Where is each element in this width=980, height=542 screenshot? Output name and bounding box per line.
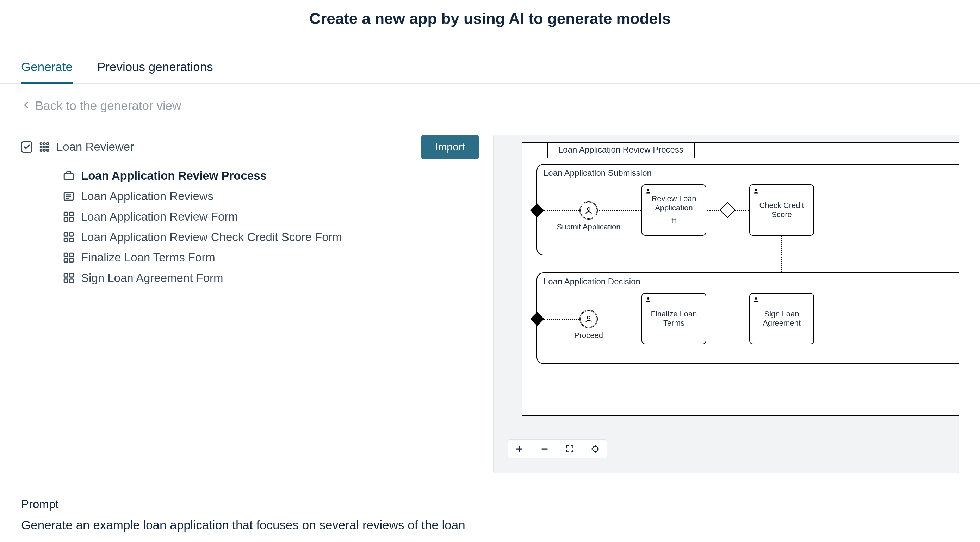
sequence-flow [544, 210, 579, 211]
fullscreen-icon[interactable] [564, 443, 576, 454]
start-event-icon [530, 203, 544, 217]
svg-point-1 [43, 143, 45, 145]
tree-item-label: Sign Loan Agreement Form [81, 271, 223, 285]
lane-decision: Loan Application Decision Proceed Finali… [536, 273, 959, 364]
svg-point-5 [47, 146, 49, 148]
svg-point-2 [47, 143, 49, 145]
svg-rect-24 [64, 259, 68, 262]
svg-point-6 [40, 150, 42, 151]
task-label: Sign Loan Agreement [753, 309, 811, 328]
tree-item-label: Loan Application Review Process [81, 169, 267, 183]
prompt-section: Prompt Generate an example loan applicat… [0, 473, 980, 532]
task-review-loan-application[interactable]: Review Loan Application ⌗ [641, 184, 706, 236]
tree-root-label: Loan Reviewer [56, 140, 134, 154]
zoom-toolbar [508, 440, 607, 459]
svg-point-35 [755, 297, 757, 300]
svg-rect-16 [64, 218, 68, 221]
chevron-left-icon [21, 99, 31, 113]
tree-item[interactable]: Finalize Loan Terms Form [63, 247, 479, 268]
actor-icon [579, 201, 598, 220]
tree-item[interactable]: Loan Application Review Check Credit Sco… [63, 227, 479, 247]
zoom-out-icon[interactable] [539, 443, 550, 454]
process-panel: Loan Application Review Process Loan App… [522, 142, 959, 416]
user-task-icon [645, 296, 651, 305]
svg-point-34 [647, 297, 649, 300]
sequence-flow [781, 236, 783, 277]
form-icon [63, 231, 75, 243]
actor-icon [579, 310, 598, 328]
page-title: Create a new app by using AI to generate… [0, 0, 980, 27]
tree-item[interactable]: Loan Application Review Form [63, 207, 479, 227]
tree-item[interactable]: Loan Application Review Process [63, 166, 479, 186]
start-event-icon [530, 312, 544, 326]
list-icon [63, 190, 75, 202]
task-label: Finalize Loan Terms [645, 309, 703, 328]
svg-point-8 [47, 150, 49, 151]
svg-rect-22 [64, 253, 68, 257]
actor-label: Proceed [554, 331, 624, 340]
svg-point-7 [43, 150, 45, 151]
tree-item-label: Loan Application Review Check Credit Sco… [81, 231, 342, 244]
svg-point-4 [43, 146, 45, 148]
svg-point-31 [647, 189, 649, 191]
back-to-generator-link[interactable]: Back to the generator view [0, 84, 980, 113]
svg-point-33 [587, 316, 590, 319]
sequence-flow [544, 319, 579, 320]
tab-generate[interactable]: Generate [21, 60, 73, 83]
form-icon [63, 272, 75, 284]
zoom-in-icon[interactable] [514, 443, 525, 454]
form-icon [63, 211, 75, 223]
briefcase-icon [63, 170, 75, 182]
svg-point-3 [40, 146, 42, 148]
form-icon [63, 252, 75, 264]
svg-point-39 [592, 446, 598, 451]
recenter-icon[interactable] [590, 443, 601, 454]
user-task-icon [753, 187, 759, 196]
sequence-flow [599, 210, 641, 211]
tree-root-row[interactable]: Loan Reviewer Import [21, 135, 479, 159]
task-finalize-loan-terms[interactable]: Finalize Loan Terms [641, 293, 706, 344]
subprocess-marker-icon: ⌗ [671, 215, 677, 226]
actor-label: Submit Application [554, 222, 624, 231]
tree-item[interactable]: Loan Application Reviews [63, 186, 479, 207]
task-label: Review Loan Application [645, 194, 703, 212]
svg-rect-28 [64, 279, 68, 283]
sequence-flow [735, 210, 749, 211]
svg-rect-17 [70, 218, 73, 221]
svg-rect-9 [64, 174, 73, 180]
svg-rect-19 [70, 233, 73, 236]
svg-rect-29 [70, 279, 73, 283]
svg-rect-26 [64, 273, 68, 277]
lane-title: Loan Application Decision [544, 277, 640, 287]
task-sign-loan-agreement[interactable]: Sign Loan Agreement [749, 293, 814, 344]
tree-item[interactable]: Sign Loan Agreement Form [63, 268, 479, 288]
tab-previous-generations[interactable]: Previous generations [97, 60, 213, 83]
svg-rect-18 [64, 233, 68, 236]
tabs: Generate Previous generations [0, 27, 980, 84]
process-title-tab: Loan Application Review Process [547, 142, 695, 158]
lane-submission: Loan Application Submission Submit Appli… [536, 164, 959, 255]
tree-item-label: Finalize Loan Terms Form [81, 251, 215, 264]
lane-title: Loan Application Submission [544, 168, 652, 178]
svg-rect-23 [70, 253, 73, 257]
svg-point-32 [755, 189, 757, 191]
prompt-label: Prompt [21, 497, 959, 511]
svg-rect-27 [70, 273, 73, 277]
svg-rect-21 [70, 238, 73, 242]
diagram-canvas[interactable]: Loan Application Review Process Loan App… [493, 135, 959, 473]
back-link-label: Back to the generator view [35, 99, 181, 113]
user-task-icon [645, 187, 651, 196]
model-tree: Loan Reviewer Import Loan Application Re… [21, 135, 479, 473]
svg-rect-15 [70, 212, 73, 216]
svg-rect-14 [64, 212, 68, 216]
svg-point-0 [40, 143, 42, 145]
tree-item-label: Loan Application Review Form [81, 210, 238, 223]
user-task-icon [753, 296, 759, 305]
task-label: Check Credit Score [753, 201, 811, 219]
import-button[interactable]: Import [421, 135, 479, 159]
checkbox-icon[interactable] [21, 141, 32, 153]
task-check-credit-score[interactable]: Check Credit Score [749, 184, 814, 236]
svg-point-30 [587, 207, 590, 210]
svg-rect-25 [70, 259, 73, 262]
tree-item-label: Loan Application Reviews [81, 190, 213, 203]
